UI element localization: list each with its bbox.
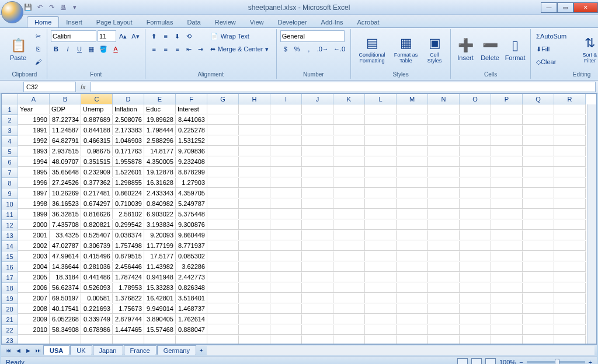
cell-H12[interactable] [239,220,270,230]
cell-N5[interactable] [428,146,460,156]
cell-L10[interactable] [365,199,397,209]
row-header-12[interactable]: 12 [2,220,18,230]
tab-insert[interactable]: Insert [59,17,89,27]
cell-L15[interactable] [365,251,397,261]
cell-P22[interactable] [491,325,523,335]
cell-A13[interactable]: 2001 [18,230,50,240]
cell-B20[interactable]: 40.17541 [50,304,81,314]
cell-H2[interactable] [239,115,270,125]
cell-K23[interactable] [333,335,365,344]
cell-A20[interactable]: 2008 [18,304,50,314]
normal-view-button[interactable] [457,358,468,365]
cell-C6[interactable]: 0.351515 [81,157,113,167]
cell-Q16[interactable] [523,262,554,272]
column-header-P[interactable]: P [491,94,523,104]
cell-G5[interactable] [207,146,239,156]
cell-I22[interactable] [270,325,302,335]
cell-L8[interactable] [365,178,397,188]
cell-M10[interactable] [397,199,428,209]
comma-button[interactable]: , [304,43,314,55]
cell-Q1[interactable] [523,104,554,114]
cell-A12[interactable]: 2000 [18,220,50,230]
tab-data[interactable]: Data [180,17,207,27]
cell-L22[interactable] [365,325,397,335]
cell-B23[interactable] [50,335,81,344]
cell-A5[interactable]: 1993 [18,146,50,156]
fill-color-button[interactable]: 🪣 [98,43,109,55]
cell-M22[interactable] [397,325,428,335]
cell-K21[interactable] [333,314,365,324]
cell-R6[interactable] [554,157,586,167]
cell-L16[interactable] [365,262,397,272]
cell-O9[interactable] [460,188,491,198]
font-color-button[interactable]: A [110,43,121,55]
cell-G6[interactable] [207,157,239,167]
cell-R4[interactable] [554,136,586,146]
column-header-O[interactable]: O [460,94,491,104]
cell-R17[interactable] [554,272,586,282]
cell-L11[interactable] [365,209,397,219]
cell-Q20[interactable] [523,304,554,314]
cell-C10[interactable]: 0.674297 [81,199,113,209]
cell-E18[interactable]: 15.33283 [144,283,176,293]
cell-F18[interactable]: 0.826348 [176,283,207,293]
cell-H17[interactable] [239,272,270,282]
zoom-out-button[interactable]: − [519,359,523,365]
cell-B21[interactable]: 6.052268 [50,314,81,324]
cell-J2[interactable] [302,115,333,125]
cell-O10[interactable] [460,199,491,209]
currency-button[interactable]: $ [280,43,291,55]
cell-C4[interactable]: 0.466315 [81,136,113,146]
cell-I6[interactable] [270,157,302,167]
cell-M12[interactable] [397,220,428,230]
cell-M1[interactable] [397,104,428,114]
cell-H23[interactable] [239,335,270,344]
formula-bar[interactable] [91,82,596,92]
cell-Q5[interactable] [523,146,554,156]
cell-F7[interactable]: 8.878299 [176,167,207,177]
font-size-select[interactable] [98,30,116,42]
cell-O4[interactable] [460,136,491,146]
cell-A4[interactable]: 1992 [18,136,50,146]
border-button[interactable]: ▦ [86,43,96,55]
cell-K19[interactable] [333,293,365,303]
cell-G15[interactable] [207,251,239,261]
cell-P6[interactable] [491,157,523,167]
cell-Q19[interactable] [523,293,554,303]
cell-L6[interactable] [365,157,397,167]
cell-D21[interactable]: 2.879744 [113,314,144,324]
cell-J22[interactable] [302,325,333,335]
zoom-in-button[interactable]: + [589,359,592,365]
cell-O17[interactable] [460,272,491,282]
cell-H13[interactable] [239,230,270,240]
align-right-button[interactable]: ≡ [172,43,183,55]
cell-B2[interactable]: 87.22734 [50,115,81,125]
cell-A19[interactable]: 2007 [18,293,50,303]
cell-K13[interactable] [333,230,365,240]
cut-button[interactable]: ✂ [33,30,43,42]
row-header-7[interactable]: 7 [2,167,18,178]
cell-E11[interactable]: 6.903022 [144,209,176,219]
cell-B9[interactable]: 10.26269 [50,188,81,198]
cell-B8[interactable]: 27.24526 [50,178,81,188]
cell-R9[interactable] [554,188,586,198]
cell-D1[interactable]: Inflation [113,104,144,114]
cell-F3[interactable]: 0.225278 [176,125,207,135]
cell-F1[interactable]: Interest [176,104,207,114]
cell-J1[interactable] [302,104,333,114]
cell-G14[interactable] [207,241,239,251]
cell-I12[interactable] [270,220,302,230]
cell-J10[interactable] [302,199,333,209]
cell-P5[interactable] [491,146,523,156]
increase-decimal-button[interactable]: .0→ [315,43,331,55]
row-header-11[interactable]: 11 [2,209,18,220]
cell-J4[interactable] [302,136,333,146]
cell-J8[interactable] [302,178,333,188]
cell-E4[interactable]: 2.588296 [144,136,176,146]
cell-styles-button[interactable]: ▣Cell Styles [422,30,447,69]
cell-B15[interactable]: 47.99614 [50,251,81,261]
cell-K22[interactable] [333,325,365,335]
cell-C19[interactable]: 0.00581 [81,293,113,303]
cell-D18[interactable]: 1.78953 [113,283,144,293]
row-header-22[interactable]: 22 [2,325,18,335]
